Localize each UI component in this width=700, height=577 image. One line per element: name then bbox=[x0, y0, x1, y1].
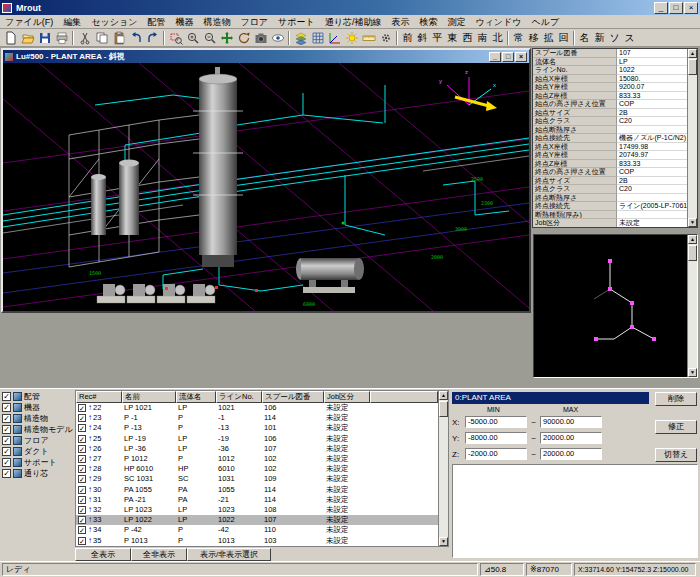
tree-checkbox[interactable] bbox=[2, 403, 11, 412]
row-checkbox[interactable] bbox=[78, 537, 86, 545]
property-row[interactable]: 終点X座標 17499.98 bbox=[533, 143, 687, 152]
scrollbar-thumb[interactable] bbox=[439, 401, 448, 417]
property-row[interactable]: 始点の高さ押さえ位置 COP bbox=[533, 100, 687, 109]
properties-scrollbar[interactable] bbox=[687, 49, 697, 227]
menu-item[interactable]: セッション bbox=[86, 15, 142, 29]
column-header-fluid[interactable]: 流体名 bbox=[176, 391, 216, 403]
property-row[interactable]: Job区分 未設定 bbox=[533, 219, 687, 227]
property-row[interactable]: 始点Z座標 833.33 bbox=[533, 92, 687, 101]
min-input[interactable]: -2000.00 bbox=[465, 448, 527, 460]
min-input[interactable]: -5000.00 bbox=[465, 416, 527, 428]
scroll-up-icon[interactable] bbox=[688, 235, 697, 244]
property-row[interactable]: スプール図番 107 bbox=[533, 49, 687, 58]
switch-button[interactable]: 切替え bbox=[655, 448, 697, 462]
table-row[interactable]: 32 LP 1023 LP 1023 108 未設定 bbox=[76, 505, 438, 515]
viewport-minimize-button[interactable] bbox=[489, 52, 501, 62]
pan-button[interactable] bbox=[218, 30, 235, 46]
table-row[interactable]: 34 P -42 P -42 110 未設定 bbox=[76, 525, 438, 535]
rotate-view-button[interactable] bbox=[235, 30, 252, 46]
paste-button[interactable] bbox=[110, 30, 127, 46]
row-checkbox[interactable] bbox=[78, 516, 86, 524]
menu-item[interactable]: サポート bbox=[273, 15, 320, 29]
menu-item[interactable]: ファイル(F) bbox=[0, 15, 58, 29]
property-row[interactable]: 始点接続先 機器ノズル(P-1C/N2) bbox=[533, 134, 687, 143]
area-listbox[interactable] bbox=[452, 464, 698, 558]
tree-checkbox[interactable] bbox=[2, 414, 11, 423]
hide-all-button[interactable]: 全非表示 bbox=[131, 548, 187, 561]
menu-item[interactable]: 通り芯/補助線 bbox=[320, 15, 387, 29]
scrollbar-track[interactable] bbox=[688, 58, 697, 218]
view-direction-button[interactable]: 東 bbox=[445, 30, 460, 46]
mode-button[interactable]: 拡 bbox=[541, 30, 556, 46]
view-direction-button[interactable]: 平 bbox=[430, 30, 445, 46]
zoom-window-button[interactable] bbox=[167, 30, 184, 46]
visibility-button[interactable] bbox=[269, 30, 286, 46]
menu-item[interactable]: 検索 bbox=[414, 15, 442, 29]
menu-item[interactable]: 表示 bbox=[386, 15, 414, 29]
table-scrollbar[interactable] bbox=[438, 391, 448, 546]
show-hide-select-button[interactable]: 表示/非表示選択 bbox=[187, 548, 271, 561]
tree-checkbox[interactable] bbox=[2, 392, 11, 401]
scroll-up-icon[interactable] bbox=[688, 49, 697, 58]
show-all-button[interactable]: 全表示 bbox=[75, 548, 131, 561]
undo-button[interactable] bbox=[127, 30, 144, 46]
row-checkbox[interactable] bbox=[78, 486, 86, 494]
scrollbar-thumb[interactable] bbox=[688, 245, 697, 261]
property-row[interactable]: 断熱種類(厚み) bbox=[533, 211, 687, 220]
property-row[interactable]: 始点Y座標 9200.07 bbox=[533, 83, 687, 92]
misc-button[interactable]: ソ bbox=[607, 30, 622, 46]
menu-item[interactable]: ウィンドウ bbox=[470, 15, 526, 29]
view-direction-button[interactable]: 北 bbox=[490, 30, 505, 46]
menu-item[interactable]: 機器 bbox=[170, 15, 198, 29]
table-row[interactable]: 26 LP -36 LP -36 107 未設定 bbox=[76, 444, 438, 454]
misc-button[interactable]: ス bbox=[622, 30, 637, 46]
mode-button[interactable]: 移 bbox=[526, 30, 541, 46]
settings-button[interactable] bbox=[377, 30, 394, 46]
property-row[interactable]: 終点Y座標 20749.97 bbox=[533, 151, 687, 160]
min-input[interactable]: -8000.00 bbox=[465, 432, 527, 444]
row-checkbox[interactable] bbox=[78, 465, 86, 473]
table-row[interactable]: 28 HP 6010 HP 6010 102 未設定 bbox=[76, 464, 438, 474]
view-direction-button[interactable]: 前 bbox=[400, 30, 415, 46]
viewport-close-button[interactable] bbox=[515, 52, 527, 62]
property-row[interactable]: 始点X座標 15080. bbox=[533, 75, 687, 84]
menu-item[interactable]: ヘルプ bbox=[526, 15, 564, 29]
maximize-button[interactable] bbox=[669, 2, 683, 14]
view-direction-button[interactable]: 南 bbox=[475, 30, 490, 46]
property-row[interactable]: 流体名 LP bbox=[533, 58, 687, 67]
menu-item[interactable]: 配管 bbox=[142, 15, 170, 29]
redo-button[interactable] bbox=[144, 30, 161, 46]
delete-button[interactable]: 削除 bbox=[655, 392, 697, 406]
tree-checkbox[interactable] bbox=[2, 436, 11, 445]
table-row[interactable]: 31 PA -21 PA -21 114 未設定 bbox=[76, 495, 438, 505]
property-row[interactable]: 終点クラス C20 bbox=[533, 185, 687, 194]
table-row[interactable]: 35 P 1013 P 1013 103 未設定 bbox=[76, 535, 438, 545]
tree-item[interactable]: サポート bbox=[2, 457, 74, 468]
tree-item[interactable]: 構造物 bbox=[2, 413, 74, 424]
max-input[interactable]: 90000.00 bbox=[540, 416, 602, 428]
property-row[interactable]: ラインNo. 1022 bbox=[533, 66, 687, 75]
row-checkbox[interactable] bbox=[78, 435, 86, 443]
minimize-button[interactable] bbox=[654, 2, 668, 14]
tree-checkbox[interactable] bbox=[2, 469, 11, 478]
menu-item[interactable]: 構造物 bbox=[198, 15, 235, 29]
misc-button[interactable]: 名 bbox=[577, 30, 592, 46]
tree-checkbox[interactable] bbox=[2, 425, 11, 434]
viewport-titlebar[interactable]: Lu#500 - PLANT AREA - 斜視 bbox=[3, 50, 529, 63]
row-checkbox[interactable] bbox=[78, 475, 86, 483]
table-row[interactable]: 25 LP -19 LP -19 106 未設定 bbox=[76, 434, 438, 444]
menu-item[interactable]: 測定 bbox=[442, 15, 470, 29]
tree-item[interactable]: 配管 bbox=[2, 391, 74, 402]
menu-item[interactable]: 編集 bbox=[58, 15, 86, 29]
row-checkbox[interactable] bbox=[78, 455, 86, 463]
misc-button[interactable]: 新 bbox=[592, 30, 607, 46]
copy-button[interactable] bbox=[93, 30, 110, 46]
open-button[interactable] bbox=[19, 30, 36, 46]
scroll-down-icon[interactable] bbox=[688, 218, 697, 227]
row-checkbox[interactable] bbox=[78, 445, 86, 453]
mode-button[interactable]: 常 bbox=[511, 30, 526, 46]
table-row[interactable]: 33 LP 1022 LP 1022 107 未設定 bbox=[76, 515, 438, 525]
column-header-name[interactable]: 名前 bbox=[122, 391, 176, 403]
property-row[interactable]: 始点断熱厚さ bbox=[533, 126, 687, 135]
plant-3d-canvas[interactable]: z y x 250023003000200060001500 bbox=[3, 63, 529, 311]
